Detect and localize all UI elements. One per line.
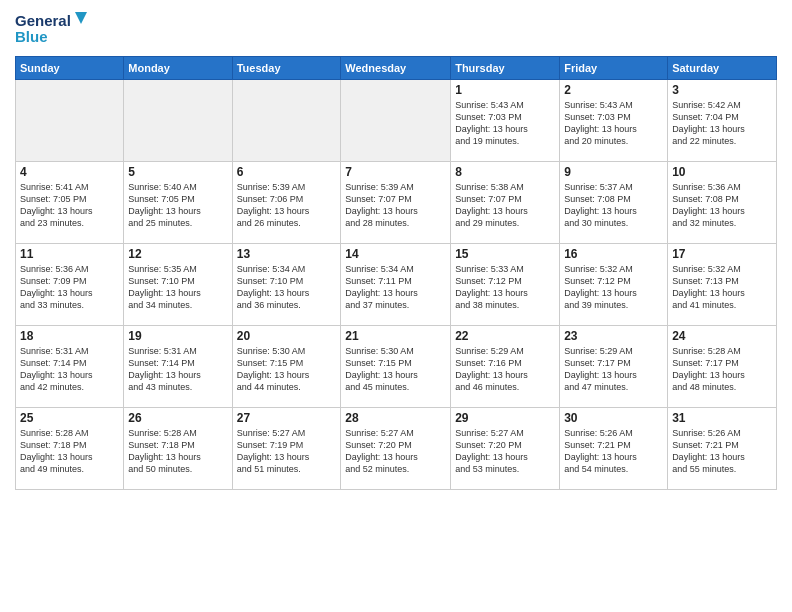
day-number: 26 — [128, 411, 227, 425]
calendar-cell: 8Sunrise: 5:38 AM Sunset: 7:07 PM Daylig… — [451, 162, 560, 244]
day-number: 5 — [128, 165, 227, 179]
logo-svg: GeneralBlue — [15, 10, 95, 48]
day-info: Sunrise: 5:26 AM Sunset: 7:21 PM Dayligh… — [564, 427, 663, 476]
calendar-body: 1Sunrise: 5:43 AM Sunset: 7:03 PM Daylig… — [16, 80, 777, 490]
day-number: 14 — [345, 247, 446, 261]
day-number: 25 — [20, 411, 119, 425]
day-number: 22 — [455, 329, 555, 343]
calendar-cell: 14Sunrise: 5:34 AM Sunset: 7:11 PM Dayli… — [341, 244, 451, 326]
calendar-week-row: 18Sunrise: 5:31 AM Sunset: 7:14 PM Dayli… — [16, 326, 777, 408]
svg-marker-2 — [75, 12, 87, 24]
day-number: 12 — [128, 247, 227, 261]
calendar-cell: 23Sunrise: 5:29 AM Sunset: 7:17 PM Dayli… — [560, 326, 668, 408]
day-number: 21 — [345, 329, 446, 343]
calendar-cell: 31Sunrise: 5:26 AM Sunset: 7:21 PM Dayli… — [668, 408, 777, 490]
calendar-cell: 19Sunrise: 5:31 AM Sunset: 7:14 PM Dayli… — [124, 326, 232, 408]
calendar-cell: 24Sunrise: 5:28 AM Sunset: 7:17 PM Dayli… — [668, 326, 777, 408]
calendar-cell: 11Sunrise: 5:36 AM Sunset: 7:09 PM Dayli… — [16, 244, 124, 326]
calendar-cell: 16Sunrise: 5:32 AM Sunset: 7:12 PM Dayli… — [560, 244, 668, 326]
day-info: Sunrise: 5:31 AM Sunset: 7:14 PM Dayligh… — [128, 345, 227, 394]
svg-text:General: General — [15, 12, 71, 29]
calendar-cell: 5Sunrise: 5:40 AM Sunset: 7:05 PM Daylig… — [124, 162, 232, 244]
calendar-cell: 26Sunrise: 5:28 AM Sunset: 7:18 PM Dayli… — [124, 408, 232, 490]
day-info: Sunrise: 5:42 AM Sunset: 7:04 PM Dayligh… — [672, 99, 772, 148]
calendar-cell: 6Sunrise: 5:39 AM Sunset: 7:06 PM Daylig… — [232, 162, 341, 244]
calendar-cell: 4Sunrise: 5:41 AM Sunset: 7:05 PM Daylig… — [16, 162, 124, 244]
calendar-cell: 27Sunrise: 5:27 AM Sunset: 7:19 PM Dayli… — [232, 408, 341, 490]
day-number: 17 — [672, 247, 772, 261]
day-info: Sunrise: 5:28 AM Sunset: 7:17 PM Dayligh… — [672, 345, 772, 394]
calendar-cell: 13Sunrise: 5:34 AM Sunset: 7:10 PM Dayli… — [232, 244, 341, 326]
day-number: 28 — [345, 411, 446, 425]
calendar-cell: 3Sunrise: 5:42 AM Sunset: 7:04 PM Daylig… — [668, 80, 777, 162]
calendar-cell: 15Sunrise: 5:33 AM Sunset: 7:12 PM Dayli… — [451, 244, 560, 326]
weekday-row: SundayMondayTuesdayWednesdayThursdayFrid… — [16, 57, 777, 80]
day-info: Sunrise: 5:27 AM Sunset: 7:19 PM Dayligh… — [237, 427, 337, 476]
calendar-cell: 7Sunrise: 5:39 AM Sunset: 7:07 PM Daylig… — [341, 162, 451, 244]
calendar-cell: 9Sunrise: 5:37 AM Sunset: 7:08 PM Daylig… — [560, 162, 668, 244]
day-number: 8 — [455, 165, 555, 179]
day-number: 6 — [237, 165, 337, 179]
day-info: Sunrise: 5:41 AM Sunset: 7:05 PM Dayligh… — [20, 181, 119, 230]
day-info: Sunrise: 5:34 AM Sunset: 7:10 PM Dayligh… — [237, 263, 337, 312]
calendar-week-row: 11Sunrise: 5:36 AM Sunset: 7:09 PM Dayli… — [16, 244, 777, 326]
calendar-week-row: 1Sunrise: 5:43 AM Sunset: 7:03 PM Daylig… — [16, 80, 777, 162]
day-number: 29 — [455, 411, 555, 425]
calendar-cell: 25Sunrise: 5:28 AM Sunset: 7:18 PM Dayli… — [16, 408, 124, 490]
calendar-cell — [341, 80, 451, 162]
calendar-cell: 17Sunrise: 5:32 AM Sunset: 7:13 PM Dayli… — [668, 244, 777, 326]
calendar-cell — [16, 80, 124, 162]
day-number: 10 — [672, 165, 772, 179]
page: GeneralBlue SundayMondayTuesdayWednesday… — [0, 0, 792, 612]
day-info: Sunrise: 5:35 AM Sunset: 7:10 PM Dayligh… — [128, 263, 227, 312]
weekday-header: Wednesday — [341, 57, 451, 80]
day-info: Sunrise: 5:43 AM Sunset: 7:03 PM Dayligh… — [564, 99, 663, 148]
day-info: Sunrise: 5:38 AM Sunset: 7:07 PM Dayligh… — [455, 181, 555, 230]
day-number: 18 — [20, 329, 119, 343]
weekday-header: Tuesday — [232, 57, 341, 80]
day-number: 2 — [564, 83, 663, 97]
calendar-cell: 10Sunrise: 5:36 AM Sunset: 7:08 PM Dayli… — [668, 162, 777, 244]
day-number: 15 — [455, 247, 555, 261]
calendar-cell: 22Sunrise: 5:29 AM Sunset: 7:16 PM Dayli… — [451, 326, 560, 408]
day-number: 20 — [237, 329, 337, 343]
day-number: 24 — [672, 329, 772, 343]
day-info: Sunrise: 5:36 AM Sunset: 7:08 PM Dayligh… — [672, 181, 772, 230]
day-number: 13 — [237, 247, 337, 261]
day-info: Sunrise: 5:39 AM Sunset: 7:07 PM Dayligh… — [345, 181, 446, 230]
weekday-header: Thursday — [451, 57, 560, 80]
day-number: 7 — [345, 165, 446, 179]
calendar-cell: 21Sunrise: 5:30 AM Sunset: 7:15 PM Dayli… — [341, 326, 451, 408]
day-info: Sunrise: 5:37 AM Sunset: 7:08 PM Dayligh… — [564, 181, 663, 230]
calendar-header: SundayMondayTuesdayWednesdayThursdayFrid… — [16, 57, 777, 80]
day-info: Sunrise: 5:30 AM Sunset: 7:15 PM Dayligh… — [237, 345, 337, 394]
day-number: 9 — [564, 165, 663, 179]
calendar-cell: 28Sunrise: 5:27 AM Sunset: 7:20 PM Dayli… — [341, 408, 451, 490]
day-info: Sunrise: 5:27 AM Sunset: 7:20 PM Dayligh… — [455, 427, 555, 476]
calendar-cell: 1Sunrise: 5:43 AM Sunset: 7:03 PM Daylig… — [451, 80, 560, 162]
calendar-cell — [124, 80, 232, 162]
calendar-table: SundayMondayTuesdayWednesdayThursdayFrid… — [15, 56, 777, 490]
calendar-cell: 12Sunrise: 5:35 AM Sunset: 7:10 PM Dayli… — [124, 244, 232, 326]
day-info: Sunrise: 5:32 AM Sunset: 7:13 PM Dayligh… — [672, 263, 772, 312]
calendar-cell: 18Sunrise: 5:31 AM Sunset: 7:14 PM Dayli… — [16, 326, 124, 408]
day-info: Sunrise: 5:43 AM Sunset: 7:03 PM Dayligh… — [455, 99, 555, 148]
day-info: Sunrise: 5:26 AM Sunset: 7:21 PM Dayligh… — [672, 427, 772, 476]
calendar-week-row: 4Sunrise: 5:41 AM Sunset: 7:05 PM Daylig… — [16, 162, 777, 244]
day-info: Sunrise: 5:31 AM Sunset: 7:14 PM Dayligh… — [20, 345, 119, 394]
day-info: Sunrise: 5:28 AM Sunset: 7:18 PM Dayligh… — [128, 427, 227, 476]
day-info: Sunrise: 5:30 AM Sunset: 7:15 PM Dayligh… — [345, 345, 446, 394]
day-number: 31 — [672, 411, 772, 425]
day-info: Sunrise: 5:32 AM Sunset: 7:12 PM Dayligh… — [564, 263, 663, 312]
day-info: Sunrise: 5:29 AM Sunset: 7:17 PM Dayligh… — [564, 345, 663, 394]
logo: GeneralBlue — [15, 10, 95, 48]
day-info: Sunrise: 5:39 AM Sunset: 7:06 PM Dayligh… — [237, 181, 337, 230]
calendar-cell: 20Sunrise: 5:30 AM Sunset: 7:15 PM Dayli… — [232, 326, 341, 408]
header: GeneralBlue — [15, 10, 777, 48]
day-number: 23 — [564, 329, 663, 343]
day-number: 3 — [672, 83, 772, 97]
day-info: Sunrise: 5:36 AM Sunset: 7:09 PM Dayligh… — [20, 263, 119, 312]
day-info: Sunrise: 5:27 AM Sunset: 7:20 PM Dayligh… — [345, 427, 446, 476]
day-info: Sunrise: 5:33 AM Sunset: 7:12 PM Dayligh… — [455, 263, 555, 312]
day-info: Sunrise: 5:40 AM Sunset: 7:05 PM Dayligh… — [128, 181, 227, 230]
